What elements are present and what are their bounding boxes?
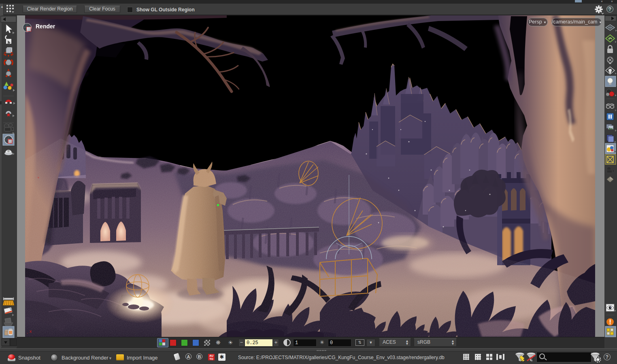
svg-text:˯x: ˯x: [27, 329, 32, 334]
svg-text:+: +: [37, 176, 39, 180]
